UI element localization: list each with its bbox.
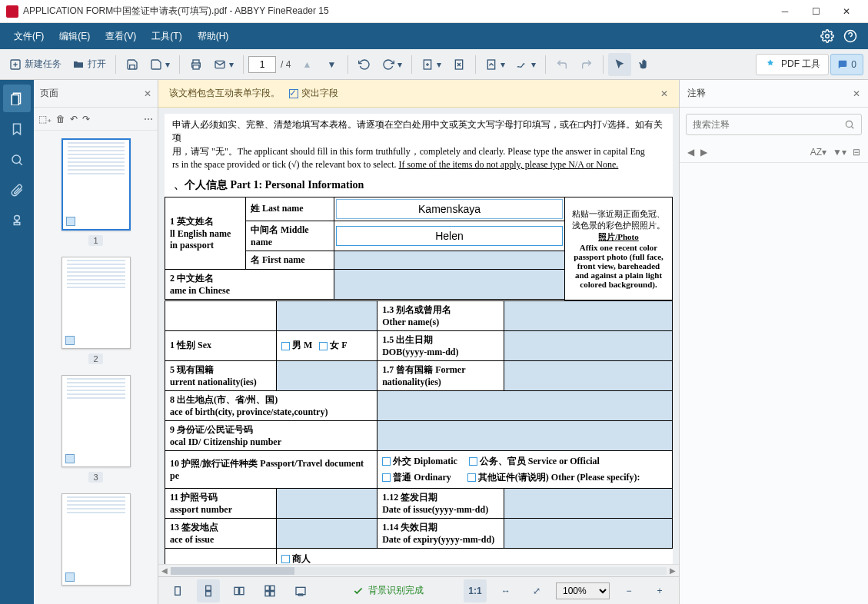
- fit-width[interactable]: ↔: [494, 579, 517, 602]
- field-chinese-name-2[interactable]: [277, 300, 377, 330]
- page-number-input[interactable]: [248, 56, 276, 73]
- highlight-fields-checkbox[interactable]: 突出字段: [289, 87, 338, 100]
- sidebar-close-icon[interactable]: ✕: [144, 88, 151, 99]
- checkbox-ordinary[interactable]: [382, 473, 391, 482]
- new-task-button[interactable]: 新建任务: [5, 53, 66, 76]
- attachments-tab[interactable]: [3, 177, 31, 204]
- delete-icon[interactable]: 🗑: [56, 114, 65, 124]
- prev-page-button[interactable]: ▲: [295, 53, 318, 76]
- pages-tab[interactable]: [3, 85, 31, 112]
- field-issue-place[interactable]: [277, 518, 377, 548]
- thumb-2[interactable]: 2: [34, 257, 158, 364]
- annot-filter-icon[interactable]: ▼▾: [833, 147, 846, 158]
- annot-next[interactable]: ▶: [700, 147, 707, 158]
- annot-close-icon[interactable]: ✕: [853, 88, 860, 99]
- rotate-cw-icon[interactable]: ↷: [82, 114, 90, 124]
- annot-expand-icon[interactable]: ⊟: [853, 147, 860, 158]
- minimize-button[interactable]: ─: [770, 1, 800, 22]
- horizontal-scrollbar[interactable]: ◀▶: [158, 564, 679, 576]
- delete-page-button[interactable]: [447, 53, 471, 76]
- field-dob[interactable]: [504, 330, 673, 360]
- annot-prev[interactable]: ◀: [687, 147, 694, 158]
- pointer-tool[interactable]: [608, 53, 631, 76]
- annot-sort[interactable]: AZ▾: [810, 147, 826, 158]
- field-other-names[interactable]: [504, 300, 673, 330]
- field-birthplace[interactable]: [377, 390, 673, 420]
- field-id-number[interactable]: [377, 420, 673, 450]
- checkbox-male[interactable]: [281, 342, 290, 350]
- label-birthplace: 8 出生地点(市、省/州、国) ace of birth(city, provi…: [165, 390, 377, 420]
- signature-button[interactable]: ▾: [511, 53, 540, 76]
- menu-help[interactable]: 帮助(H): [190, 25, 237, 48]
- field-nationality[interactable]: [277, 360, 377, 390]
- settings-icon[interactable]: [816, 25, 839, 48]
- field-expiry-date[interactable]: [504, 518, 673, 548]
- photo-cell: 粘贴一张近期正面免冠、浅色景的彩色护照照片。 照片/Photo Affix on…: [565, 197, 673, 300]
- svg-rect-17: [12, 95, 18, 106]
- document-viewport[interactable]: 申请人必须如实、完整、清楚地填写本表格。请逐项在空白处用中文或英文大写字母打印填…: [158, 108, 679, 564]
- email-button[interactable]: ▾: [209, 53, 238, 76]
- menu-edit[interactable]: 编辑(E): [52, 25, 98, 48]
- extract-button[interactable]: ▾: [481, 53, 510, 76]
- help-icon[interactable]: [839, 25, 862, 48]
- open-button[interactable]: 打开: [68, 53, 111, 76]
- add-page-icon[interactable]: ⬚₊: [38, 114, 52, 124]
- zoom-in-button[interactable]: +: [648, 579, 671, 602]
- document-area: 该文档包含互动表单字段。 突出字段 ✕ 申请人必须如实、完整、清楚地填写本表格。…: [158, 80, 679, 604]
- annot-search[interactable]: [686, 114, 862, 135]
- field-first-name[interactable]: [334, 251, 565, 269]
- zoom-select[interactable]: 100%: [556, 582, 610, 599]
- field-last-name[interactable]: [336, 199, 563, 219]
- field-chinese-name[interactable]: [334, 269, 565, 299]
- checkbox-other[interactable]: [467, 473, 476, 482]
- menu-tools[interactable]: 工具(T): [144, 25, 189, 48]
- two-page-view[interactable]: [228, 579, 251, 602]
- more-icon[interactable]: ⋯: [144, 114, 153, 124]
- label-sex: 1 性别 Sex: [165, 330, 277, 360]
- maximize-button[interactable]: ☐: [800, 1, 831, 22]
- search-tab[interactable]: [3, 146, 31, 174]
- continuous-view[interactable]: [197, 579, 220, 602]
- fit-page[interactable]: ⤢: [525, 579, 548, 602]
- checkbox-business[interactable]: [281, 555, 290, 563]
- rotate-ccw-icon[interactable]: ↶: [70, 114, 78, 124]
- field-former-nationality[interactable]: [504, 360, 673, 390]
- save-button[interactable]: [121, 53, 144, 76]
- sidebar-tools: ⬚₊ 🗑 ↶ ↷ ⋯: [34, 108, 158, 131]
- next-page-button[interactable]: ▼: [320, 53, 343, 76]
- rotate-right-button[interactable]: ▾: [377, 53, 407, 76]
- label-dob: 1.5 出生日期 DOB(yyyy-mm-dd): [377, 330, 504, 360]
- save-as-button[interactable]: ▾: [145, 53, 175, 76]
- infobar-close-icon[interactable]: ✕: [660, 88, 668, 99]
- redo-button[interactable]: [575, 53, 598, 76]
- thumb-4[interactable]: [34, 493, 158, 586]
- svg-rect-7: [193, 60, 199, 63]
- bookmarks-tab[interactable]: [3, 115, 31, 143]
- close-button[interactable]: ✕: [831, 1, 862, 22]
- thumb-3[interactable]: 3: [34, 375, 158, 483]
- menu-view[interactable]: 查看(V): [98, 25, 144, 48]
- stamps-tab[interactable]: [3, 207, 31, 235]
- thumb-1[interactable]: 1: [34, 138, 158, 246]
- fit-actual[interactable]: 1:1: [464, 579, 487, 602]
- checkbox-female[interactable]: [319, 342, 328, 350]
- undo-button[interactable]: [550, 53, 574, 76]
- comment-count-badge[interactable]: 0: [830, 54, 863, 75]
- two-page-continuous-view[interactable]: [258, 579, 281, 602]
- fullscreen-view[interactable]: [289, 579, 312, 602]
- add-page-button[interactable]: ▾: [417, 53, 446, 76]
- svg-rect-27: [265, 591, 269, 596]
- field-passport-number[interactable]: [277, 488, 377, 518]
- annot-search-input[interactable]: [693, 119, 844, 130]
- checkbox-service[interactable]: [469, 457, 477, 466]
- single-page-view[interactable]: [166, 579, 189, 602]
- print-button[interactable]: [185, 53, 208, 76]
- field-issue-date[interactable]: [504, 488, 673, 518]
- zoom-out-button[interactable]: −: [617, 579, 640, 602]
- menu-file[interactable]: 文件(F): [6, 25, 52, 48]
- field-middle-name[interactable]: [336, 226, 563, 246]
- checkbox-diplomatic[interactable]: [382, 457, 391, 466]
- hand-tool[interactable]: [633, 53, 656, 76]
- rotate-left-button[interactable]: [353, 53, 376, 76]
- pdf-tools-button[interactable]: PDF 工具: [756, 54, 829, 75]
